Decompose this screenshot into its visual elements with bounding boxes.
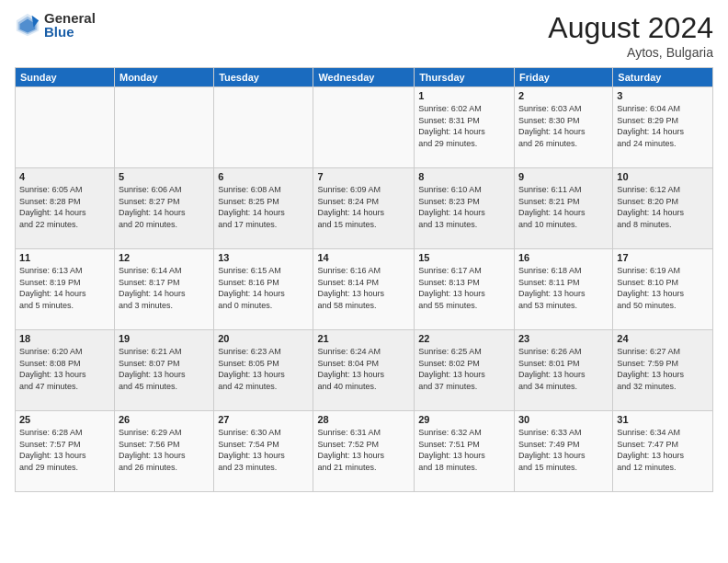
day-number: 29 <box>418 414 510 425</box>
day-number: 3 <box>617 90 709 101</box>
day-info: Sunrise: 6:32 AM Sunset: 7:51 PM Dayligh… <box>418 427 510 473</box>
calendar-subtitle: Aytos, Bulgaria <box>548 45 713 60</box>
day-info: Sunrise: 6:31 AM Sunset: 7:52 PM Dayligh… <box>317 427 410 473</box>
logo-general-text: General <box>44 11 96 25</box>
day-number: 6 <box>218 171 309 182</box>
day-cell: 11Sunrise: 6:13 AM Sunset: 8:19 PM Dayli… <box>16 249 115 330</box>
day-cell: 13Sunrise: 6:15 AM Sunset: 8:16 PM Dayli… <box>214 249 313 330</box>
day-number: 25 <box>19 414 110 425</box>
day-number: 5 <box>119 171 210 182</box>
calendar-table: Sunday Monday Tuesday Wednesday Thursday… <box>15 67 713 492</box>
day-cell: 1Sunrise: 6:02 AM Sunset: 8:31 PM Daylig… <box>415 87 515 168</box>
day-info: Sunrise: 6:09 AM Sunset: 8:24 PM Dayligh… <box>317 184 410 230</box>
day-number: 7 <box>317 171 410 182</box>
day-cell <box>114 87 213 168</box>
day-number: 26 <box>119 414 210 425</box>
day-info: Sunrise: 6:05 AM Sunset: 8:28 PM Dayligh… <box>19 184 110 230</box>
day-info: Sunrise: 6:04 AM Sunset: 8:29 PM Dayligh… <box>617 103 709 149</box>
day-cell: 12Sunrise: 6:14 AM Sunset: 8:17 PM Dayli… <box>114 249 213 330</box>
day-cell: 22Sunrise: 6:25 AM Sunset: 8:02 PM Dayli… <box>415 330 515 411</box>
week-row-0: 1Sunrise: 6:02 AM Sunset: 8:31 PM Daylig… <box>16 87 713 168</box>
day-info: Sunrise: 6:34 AM Sunset: 7:47 PM Dayligh… <box>617 427 709 473</box>
day-number: 16 <box>518 252 609 263</box>
day-number: 23 <box>518 333 609 344</box>
week-row-2: 11Sunrise: 6:13 AM Sunset: 8:19 PM Dayli… <box>16 249 713 330</box>
day-info: Sunrise: 6:28 AM Sunset: 7:57 PM Dayligh… <box>19 427 110 473</box>
day-cell: 24Sunrise: 6:27 AM Sunset: 7:59 PM Dayli… <box>613 330 713 411</box>
week-row-1: 4Sunrise: 6:05 AM Sunset: 8:28 PM Daylig… <box>16 168 713 249</box>
day-info: Sunrise: 6:14 AM Sunset: 8:17 PM Dayligh… <box>119 265 210 311</box>
day-cell: 18Sunrise: 6:20 AM Sunset: 8:08 PM Dayli… <box>16 330 115 411</box>
day-info: Sunrise: 6:18 AM Sunset: 8:11 PM Dayligh… <box>518 265 609 311</box>
day-number: 15 <box>418 252 510 263</box>
day-info: Sunrise: 6:15 AM Sunset: 8:16 PM Dayligh… <box>218 265 309 311</box>
day-info: Sunrise: 6:16 AM Sunset: 8:14 PM Dayligh… <box>317 265 410 311</box>
day-cell: 21Sunrise: 6:24 AM Sunset: 8:04 PM Dayli… <box>313 330 415 411</box>
header: General Blue August 2024 Aytos, Bulgaria <box>15 11 713 60</box>
day-number: 24 <box>617 333 709 344</box>
day-cell: 7Sunrise: 6:09 AM Sunset: 8:24 PM Daylig… <box>313 168 415 249</box>
logo-text: General Blue <box>44 11 96 39</box>
day-number: 10 <box>617 171 709 182</box>
day-info: Sunrise: 6:12 AM Sunset: 8:20 PM Dayligh… <box>617 184 709 230</box>
header-thursday: Thursday <box>415 68 515 87</box>
day-info: Sunrise: 6:17 AM Sunset: 8:13 PM Dayligh… <box>418 265 510 311</box>
header-sunday: Sunday <box>16 68 115 87</box>
day-number: 17 <box>617 252 709 263</box>
week-row-4: 25Sunrise: 6:28 AM Sunset: 7:57 PM Dayli… <box>16 411 713 492</box>
weekday-header-row: Sunday Monday Tuesday Wednesday Thursday… <box>16 68 713 87</box>
day-cell: 3Sunrise: 6:04 AM Sunset: 8:29 PM Daylig… <box>613 87 713 168</box>
day-info: Sunrise: 6:25 AM Sunset: 8:02 PM Dayligh… <box>418 346 510 392</box>
day-info: Sunrise: 6:21 AM Sunset: 8:07 PM Dayligh… <box>119 346 210 392</box>
day-number: 9 <box>518 171 609 182</box>
day-cell: 17Sunrise: 6:19 AM Sunset: 8:10 PM Dayli… <box>613 249 713 330</box>
day-cell: 4Sunrise: 6:05 AM Sunset: 8:28 PM Daylig… <box>16 168 115 249</box>
day-info: Sunrise: 6:27 AM Sunset: 7:59 PM Dayligh… <box>617 346 709 392</box>
day-cell: 15Sunrise: 6:17 AM Sunset: 8:13 PM Dayli… <box>415 249 515 330</box>
day-number: 2 <box>518 90 609 101</box>
day-cell: 27Sunrise: 6:30 AM Sunset: 7:54 PM Dayli… <box>214 411 313 492</box>
day-number: 4 <box>19 171 110 182</box>
page: General Blue August 2024 Aytos, Bulgaria… <box>0 0 728 563</box>
day-cell: 20Sunrise: 6:23 AM Sunset: 8:05 PM Dayli… <box>214 330 313 411</box>
day-number: 8 <box>418 171 510 182</box>
day-number: 1 <box>418 90 510 101</box>
day-info: Sunrise: 6:08 AM Sunset: 8:25 PM Dayligh… <box>218 184 309 230</box>
day-cell <box>214 87 313 168</box>
header-monday: Monday <box>114 68 213 87</box>
day-info: Sunrise: 6:10 AM Sunset: 8:23 PM Dayligh… <box>418 184 510 230</box>
day-cell: 29Sunrise: 6:32 AM Sunset: 7:51 PM Dayli… <box>415 411 515 492</box>
day-info: Sunrise: 6:11 AM Sunset: 8:21 PM Dayligh… <box>518 184 609 230</box>
day-info: Sunrise: 6:02 AM Sunset: 8:31 PM Dayligh… <box>418 103 510 149</box>
day-number: 20 <box>218 333 309 344</box>
day-number: 19 <box>119 333 210 344</box>
day-number: 28 <box>317 414 410 425</box>
day-info: Sunrise: 6:06 AM Sunset: 8:27 PM Dayligh… <box>119 184 210 230</box>
day-cell: 14Sunrise: 6:16 AM Sunset: 8:14 PM Dayli… <box>313 249 415 330</box>
day-number: 30 <box>518 414 609 425</box>
day-number: 12 <box>119 252 210 263</box>
week-row-3: 18Sunrise: 6:20 AM Sunset: 8:08 PM Dayli… <box>16 330 713 411</box>
day-cell: 26Sunrise: 6:29 AM Sunset: 7:56 PM Dayli… <box>114 411 213 492</box>
day-cell: 31Sunrise: 6:34 AM Sunset: 7:47 PM Dayli… <box>613 411 713 492</box>
header-wednesday: Wednesday <box>313 68 415 87</box>
day-cell: 23Sunrise: 6:26 AM Sunset: 8:01 PM Dayli… <box>514 330 612 411</box>
day-number: 27 <box>218 414 309 425</box>
day-cell: 19Sunrise: 6:21 AM Sunset: 8:07 PM Dayli… <box>114 330 213 411</box>
day-cell <box>16 87 115 168</box>
day-cell: 6Sunrise: 6:08 AM Sunset: 8:25 PM Daylig… <box>214 168 313 249</box>
day-info: Sunrise: 6:29 AM Sunset: 7:56 PM Dayligh… <box>119 427 210 473</box>
day-info: Sunrise: 6:30 AM Sunset: 7:54 PM Dayligh… <box>218 427 309 473</box>
day-cell: 30Sunrise: 6:33 AM Sunset: 7:49 PM Dayli… <box>514 411 612 492</box>
day-number: 13 <box>218 252 309 263</box>
day-number: 22 <box>418 333 510 344</box>
header-friday: Friday <box>514 68 612 87</box>
title-block: August 2024 Aytos, Bulgaria <box>548 11 713 60</box>
day-info: Sunrise: 6:26 AM Sunset: 8:01 PM Dayligh… <box>518 346 609 392</box>
day-number: 31 <box>617 414 709 425</box>
header-saturday: Saturday <box>613 68 713 87</box>
day-cell: 28Sunrise: 6:31 AM Sunset: 7:52 PM Dayli… <box>313 411 415 492</box>
day-number: 21 <box>317 333 410 344</box>
day-cell: 16Sunrise: 6:18 AM Sunset: 8:11 PM Dayli… <box>514 249 612 330</box>
day-info: Sunrise: 6:13 AM Sunset: 8:19 PM Dayligh… <box>19 265 110 311</box>
